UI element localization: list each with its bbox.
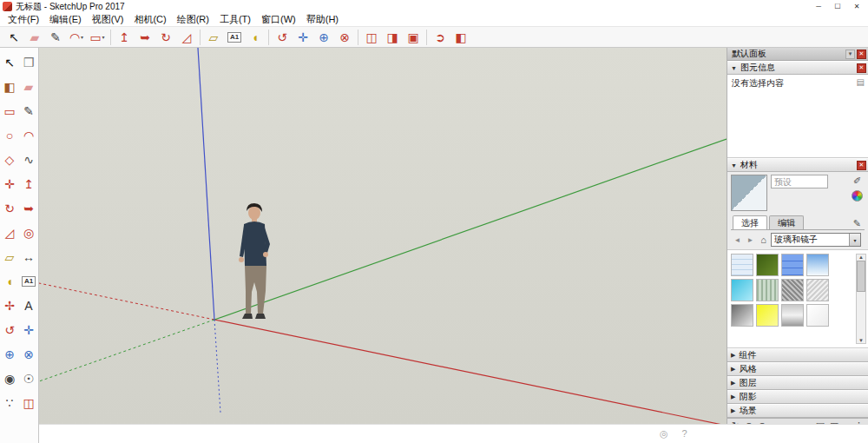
menu-item[interactable]: 相机(C) <box>128 13 171 26</box>
lt-eraser-icon[interactable]: ▰ <box>18 76 39 97</box>
zoom-icon[interactable]: ⊕ <box>313 27 334 48</box>
entity-detail-icon[interactable]: ▤ <box>857 77 865 87</box>
menu-item[interactable]: 帮助(H) <box>301 13 344 26</box>
follow-me-icon[interactable]: ➥ <box>135 27 155 48</box>
lt-select-icon[interactable]: ↖ <box>0 52 20 73</box>
tape-measure-icon[interactable]: ▱ <box>203 27 224 48</box>
swatch-silver[interactable] <box>781 304 804 327</box>
swatch-green-stripe[interactable] <box>756 279 779 301</box>
orbit-icon[interactable]: ↺ <box>272 27 293 48</box>
pan-icon[interactable]: ✛ <box>293 27 313 48</box>
back-icon[interactable]: ◄ <box>732 235 743 246</box>
swatch-sky-clouds[interactable] <box>806 254 829 276</box>
select-icon[interactable]: ↖ <box>3 27 24 48</box>
swatch-yellow-glass[interactable] <box>756 304 779 327</box>
eraser-icon[interactable]: ▰ <box>24 27 45 48</box>
scale-icon[interactable]: ◿ <box>176 27 197 48</box>
lt-3d-text-icon[interactable]: A <box>18 295 39 316</box>
lt-rotate-icon[interactable]: ↻ <box>0 198 20 219</box>
lt-paint-bucket-icon[interactable]: ◧ <box>0 76 20 97</box>
minimize-button[interactable]: ─ <box>809 0 828 13</box>
shapes-dropdown-icon[interactable]: ▾ <box>102 34 105 40</box>
lt-dimension-icon[interactable]: ↔ <box>18 247 39 268</box>
tray-options-icon[interactable]: ▾ <box>845 50 855 59</box>
viewport[interactable] <box>39 48 727 424</box>
lt-protractor-icon[interactable]: ◖ <box>0 271 20 292</box>
swatch-translucent-grid[interactable] <box>731 254 753 276</box>
forward-icon[interactable]: ► <box>745 235 756 246</box>
lt-line-icon[interactable]: ✎ <box>18 101 39 122</box>
swatch-clear-white[interactable] <box>806 304 829 327</box>
tab-edit[interactable]: 编辑 <box>769 215 804 229</box>
swatch-cyan-glass[interactable] <box>731 279 753 301</box>
close-button[interactable]: ✕ <box>847 0 866 13</box>
material-name-input[interactable] <box>771 175 828 188</box>
materials-close-icon[interactable]: ✕ <box>857 161 866 170</box>
section-display-icon[interactable]: ◨ <box>382 27 403 48</box>
tray-title-bar[interactable]: 默认面板 ▾ ✕ <box>727 48 868 61</box>
lt-walk-icon[interactable]: ∵ <box>0 393 20 413</box>
scroll-down-icon[interactable]: ▼ <box>858 338 864 343</box>
lt-pan-icon[interactable]: ✛ <box>18 320 39 341</box>
send-to-layout-icon[interactable]: ➲ <box>430 27 450 48</box>
lt-freehand-icon[interactable]: ∿ <box>18 149 39 170</box>
lt-text-icon[interactable]: A1 <box>18 271 39 292</box>
lt-scale-icon[interactable]: ◿ <box>0 222 20 243</box>
section-scenes[interactable]: ▶场景 <box>727 404 868 418</box>
geolocation-icon[interactable]: ◎ <box>660 429 668 439</box>
lt-axes-icon[interactable]: ✢ <box>0 295 20 316</box>
paint-bucket-icon[interactable]: ◧ <box>450 27 471 48</box>
entity-info-close-icon[interactable]: ✕ <box>857 63 866 73</box>
lt-arc-icon[interactable]: ◠ <box>18 125 39 146</box>
swatch-frosted-dark[interactable] <box>781 279 804 301</box>
help-icon[interactable]: ? <box>682 429 687 439</box>
section-components[interactable]: ▶组件 <box>727 348 868 362</box>
section-styles[interactable]: ▶风格 <box>727 362 868 376</box>
lt-position-camera-icon[interactable]: ◉ <box>0 368 20 389</box>
lt-orbit-icon[interactable]: ↺ <box>0 320 20 341</box>
zoom-extents-icon[interactable]: ⊗ <box>334 27 355 48</box>
protractor-icon[interactable]: ◖ <box>245 27 266 48</box>
viewport-canvas[interactable] <box>39 48 727 424</box>
materials-header[interactable]: ▼ 材料 ✕ <box>727 158 868 172</box>
lt-look-around-icon[interactable]: ☉ <box>18 368 39 389</box>
sample-paint-icon[interactable]: ✐ <box>853 175 861 187</box>
swatch-frosted-light[interactable] <box>806 279 829 301</box>
scroll-thumb[interactable] <box>857 261 865 292</box>
lt-circle-icon[interactable]: ○ <box>0 125 20 146</box>
tab-select[interactable]: 选择 <box>733 215 767 229</box>
lt-make-component-icon[interactable]: ❒ <box>18 52 39 73</box>
menu-item[interactable]: 窗口(W) <box>256 13 301 26</box>
material-category-select[interactable]: 玻璃和镜子 ▾ <box>771 233 861 247</box>
arc-dropdown-icon[interactable]: ▾ <box>81 34 83 40</box>
arc-icon[interactable]: ◠▾ <box>66 27 87 48</box>
lt-tape-measure-icon[interactable]: ▱ <box>0 247 20 268</box>
create-material-icon[interactable] <box>852 190 863 202</box>
line-icon[interactable]: ✎ <box>45 27 66 48</box>
menu-item[interactable]: 文件(F) <box>3 13 44 26</box>
swatch-mirror-gray[interactable] <box>731 304 753 327</box>
home-icon[interactable]: ⌂ <box>758 235 769 246</box>
section-shadows[interactable]: ▶阴影 <box>727 390 868 404</box>
lt-offset-icon[interactable]: ◎ <box>18 222 39 243</box>
menu-item[interactable]: 绘图(R) <box>172 13 214 26</box>
lt-polygon-icon[interactable]: ◇ <box>0 149 20 170</box>
lt-push-pull-icon[interactable]: ↥ <box>18 174 39 195</box>
menu-item[interactable]: 编辑(E) <box>44 13 87 26</box>
section-fill-icon[interactable]: ▣ <box>403 27 424 48</box>
maximize-button[interactable]: ☐ <box>828 0 847 13</box>
swatch-window-blue[interactable] <box>781 254 804 276</box>
lt-follow-me-icon[interactable]: ➥ <box>18 198 39 219</box>
menu-item[interactable]: 视图(V) <box>87 13 129 26</box>
text-icon[interactable]: A1 <box>224 27 245 48</box>
lt-section-plane-icon[interactable]: ◫ <box>18 393 39 413</box>
materials-scrollbar[interactable]: ▲ ▼ <box>856 254 866 344</box>
tray-close-icon[interactable]: ✕ <box>857 50 866 59</box>
swatch-foliage-green[interactable] <box>756 254 779 276</box>
lt-zoom-extents-icon[interactable]: ⊗ <box>18 344 39 365</box>
lt-rectangle-icon[interactable]: ▭ <box>0 101 20 122</box>
entity-info-header[interactable]: ▼ 图元信息 ✕ <box>727 61 868 75</box>
shapes-icon[interactable]: ▭▾ <box>87 27 108 48</box>
edit-brush-icon[interactable]: ✎ <box>853 218 863 229</box>
section-plane-icon[interactable]: ◫ <box>361 27 382 48</box>
